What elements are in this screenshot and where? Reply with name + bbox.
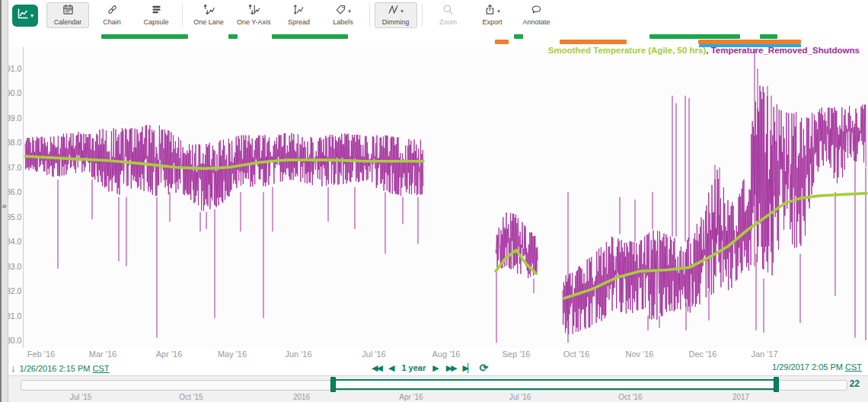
capsule-bar-orange-condition[interactable]: [495, 40, 509, 44]
chart-area: 91.090.089.088.087.086.085.084.083.082.0…: [6, 47, 868, 348]
toolbar-button-chain[interactable]: Chain: [91, 2, 133, 28]
x-axis-tick-label: Aug '16: [432, 349, 461, 359]
legend-smoothed-temperature[interactable]: Smoothed Temperature (Agile, 50 hrs): [548, 46, 706, 55]
trend-tools-button[interactable]: ▾: [12, 5, 38, 27]
y-axis-tick-label: 88.0: [6, 138, 21, 147]
scrubber-left-handle[interactable]: [330, 377, 336, 392]
toolbar-button-one-lane[interactable]: One Lane: [187, 2, 230, 28]
toolbar-button-spread[interactable]: Spread: [278, 2, 321, 28]
x-axis-tick-label: Dec '16: [689, 349, 717, 359]
x-axis-tick-label: Jan '17: [751, 349, 777, 359]
page-forward-button[interactable]: ▶▶: [446, 361, 456, 375]
legend-temperature-removed-shutdowns[interactable]: Temperature_Removed_Shutdowns: [711, 46, 860, 55]
step-back-button[interactable]: ◀: [388, 361, 394, 375]
x-axis-tick-label: Nov '16: [626, 349, 654, 359]
timeline-scrubber: Jul '15Oct '152016Apr '16Jul '16Oct '162…: [6, 375, 868, 402]
y-axis-tick-label: 90.0: [6, 88, 21, 97]
y-axis-tick-label: 85.0: [6, 212, 21, 222]
range-start-time[interactable]: 1/26/2016 2:15 PM CST: [20, 364, 110, 373]
toolbar-button-label: Calendar: [54, 18, 82, 26]
x-axis[interactable]: Feb '16Mar '16Apr '16May '16Jun '16Jul '…: [6, 348, 868, 360]
chevron-down-icon: ▾: [30, 12, 34, 19]
toolbar-separator: [182, 4, 183, 27]
y-axis-tick-label: 84.0: [6, 237, 21, 246]
export-icon: [484, 4, 496, 18]
refresh-icon[interactable]: ⟳: [480, 362, 489, 374]
x-axis-tick-label: May '16: [218, 349, 247, 359]
x-axis-tick-label: Jul '16: [362, 349, 385, 359]
trend-icon: [17, 8, 29, 23]
toolbar-button-label: One Y-Axis: [237, 18, 271, 26]
toolbar-button-annotate[interactable]: Annotate: [515, 2, 558, 28]
y-axis-tick-label: 81.0: [6, 311, 21, 321]
x-axis-tick-label: Sep '16: [503, 349, 531, 359]
scrubber-tick-label: Oct '15: [179, 393, 203, 401]
scrubber-tick-label: Apr '16: [399, 393, 423, 401]
toolbar-button-calendar[interactable]: Calendar: [46, 2, 89, 28]
step-forward-button[interactable]: ▶: [432, 361, 439, 375]
page-back-button[interactable]: ◀◀: [372, 361, 381, 375]
start-timezone[interactable]: CST: [93, 364, 110, 373]
capsule-bar-green-condition[interactable]: [760, 34, 777, 39]
chevron-down-icon: ▾: [348, 8, 351, 14]
chain-icon: [107, 4, 118, 18]
capsule-bar-green-condition[interactable]: [228, 34, 238, 39]
range-duration-label[interactable]: 1 year: [401, 363, 426, 372]
capsule-bar-green-condition[interactable]: [649, 34, 740, 39]
purple-series-segment[interactable]: [563, 86, 866, 335]
toolbar-button-zoom: Zoom: [427, 2, 470, 28]
toolbar-button-label: Zoom: [439, 18, 457, 26]
y-axis-tick-label: 86.0: [6, 187, 21, 196]
annotate-icon: [531, 4, 542, 18]
capsule-icon: [151, 4, 162, 18]
y-axis-tick-label: 89.0: [6, 113, 21, 123]
toolbar-button-label: Spread: [288, 18, 310, 26]
expand-panel-icon[interactable]: »: [0, 199, 8, 212]
capsule-bar-orange-condition[interactable]: [560, 40, 627, 44]
capsule-lane[interactable]: [6, 30, 868, 47]
toolbar-button-label: Capsule: [143, 18, 168, 26]
calendar-date-icon[interactable]: 22: [850, 378, 860, 389]
scrubber-tick-label: Jul '16: [509, 393, 531, 401]
toolbar-button-label: Annotate: [523, 18, 550, 26]
toolbar-button-export[interactable]: ▾Export: [471, 2, 514, 28]
capsule-bar-green-condition[interactable]: [101, 34, 188, 39]
toolbar-button-label: Export: [483, 18, 503, 26]
spread-icon: [293, 4, 305, 18]
range-end-time[interactable]: 1/29/2017 2:05 PM CST: [772, 362, 862, 372]
x-axis-tick-label: Apr '16: [156, 349, 183, 359]
y-axis-tick-label: 80.0: [6, 336, 21, 345]
toolbar-button-label: Dimming: [382, 18, 410, 26]
y-axis-tick-label: 83.0: [6, 262, 21, 271]
toolbar-button-dimming[interactable]: ▾Dimming: [375, 2, 417, 28]
toolbar: ▾ CalendarChainCapsuleOne LaneOne Y-Axis…: [6, 0, 868, 31]
x-axis-tick-label: Mar '16: [89, 349, 116, 359]
toolbar-separator: [369, 4, 370, 27]
y-axis-tick-label: 91.0: [6, 64, 21, 73]
x-axis-tick-label: Feb '16: [27, 349, 55, 359]
scrubber-selection[interactable]: [332, 379, 776, 390]
download-icon[interactable]: ↓: [11, 362, 16, 374]
toolbar-buttons: CalendarChainCapsuleOne LaneOne Y-AxisSp…: [46, 2, 559, 29]
chevron-down-icon: ▾: [400, 8, 404, 14]
scrubber-tick-label: 2016: [293, 393, 310, 401]
toolbar-button-capsule[interactable]: Capsule: [135, 2, 177, 28]
toolbar-button-one-y-axis[interactable]: One Y-Axis: [231, 2, 276, 28]
go-to-end-button[interactable]: ▶▏: [463, 361, 473, 375]
y-axis-tick-label: 82.0: [6, 286, 21, 295]
chart-plot[interactable]: Smoothed Temperature (Agile, 50 hrs), Te…: [23, 47, 868, 349]
chevron-down-icon: ▾: [497, 8, 500, 14]
chart-svg[interactable]: [24, 47, 868, 348]
range-navigation: ◀◀ ◀ 1 year ▶ ▶▶ ▶▏ ⟳: [372, 361, 488, 375]
toolbar-button-labels[interactable]: ▾Labels: [322, 2, 365, 28]
toolbar-button-label: Labels: [333, 18, 353, 26]
x-axis-tick-label: Jun '16: [285, 349, 311, 359]
scrubber-right-handle[interactable]: [774, 377, 779, 392]
scrubber-tick-label: Oct '16: [618, 393, 642, 401]
display-range-bar: ↓ 1/26/2016 2:15 PM CST ◀◀ ◀ 1 year ▶ ▶▶…: [6, 360, 868, 375]
toolbar-button-label: Chain: [103, 18, 121, 26]
end-timezone[interactable]: CST: [845, 362, 862, 372]
capsule-bar-green-condition[interactable]: [514, 34, 523, 39]
capsule-bar-green-condition[interactable]: [272, 34, 348, 39]
toolbar-button-label: One Lane: [193, 18, 224, 26]
